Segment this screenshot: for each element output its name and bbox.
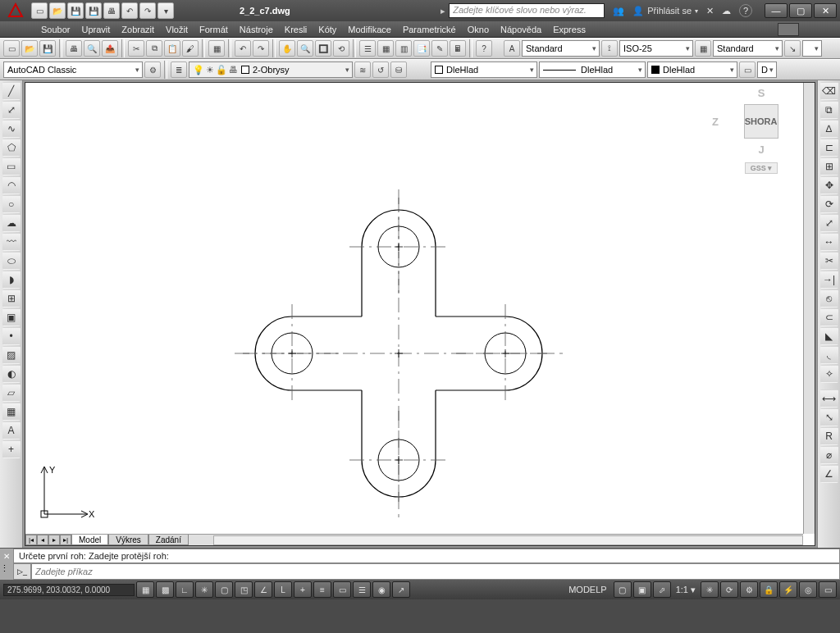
break-icon[interactable]: ⎋ — [820, 289, 838, 307]
properties-icon[interactable]: ☰ — [359, 40, 376, 57]
text-style-dropdown[interactable]: Standard — [522, 40, 600, 57]
polarmode-icon[interactable]: ✳ — [195, 581, 213, 598]
ssm-icon[interactable]: 📑 — [413, 40, 430, 57]
search-go-icon[interactable]: ▸ — [441, 6, 445, 16]
dim-radius-icon[interactable]: R — [820, 427, 838, 445]
quickview-layouts-icon[interactable]: ▢ — [614, 581, 632, 598]
dim-aligned-icon[interactable]: ⤡ — [820, 408, 838, 426]
snapmode-icon[interactable]: ▦ — [136, 581, 154, 598]
menu-napoveda[interactable]: Nápověda — [500, 25, 541, 34]
vertical-scrollbar[interactable] — [803, 83, 815, 534]
ellipse-icon[interactable]: ⬭ — [2, 252, 21, 270]
annoauto-icon[interactable]: ⟳ — [720, 581, 738, 598]
stretch-icon[interactable]: ↔ — [820, 233, 838, 251]
dim-linear-icon[interactable]: ⟷ — [820, 389, 838, 408]
erase-icon[interactable]: ⌫ — [820, 82, 838, 100]
zoomwin-icon[interactable]: 🔲 — [315, 40, 331, 57]
array-icon[interactable]: ⊞ — [820, 157, 838, 175]
insert-icon[interactable]: ⊞ — [2, 289, 21, 307]
menu-express[interactable]: Express — [553, 25, 586, 34]
explode-icon[interactable]: ✧ — [820, 365, 838, 383]
command-close-icon[interactable]: ✕ — [0, 549, 13, 563]
pline-icon[interactable]: ∿ — [2, 120, 21, 138]
revcloud-icon[interactable]: ☁ — [2, 214, 21, 232]
point-icon[interactable]: • — [2, 327, 21, 345]
command-input[interactable] — [31, 563, 840, 580]
minimize-icon[interactable]: — — [765, 3, 788, 18]
copyobj-icon[interactable]: ⧉ — [820, 101, 838, 119]
annovis-icon[interactable]: ✳ — [701, 581, 719, 598]
redo-icon[interactable]: ↷ — [139, 2, 156, 19]
color-dropdown[interactable]: DleHlad — [431, 61, 537, 78]
chamfer-icon[interactable]: ◣ — [820, 327, 838, 345]
lwt-icon[interactable]: ≡ — [313, 581, 331, 598]
qp-icon[interactable]: ☰ — [353, 581, 371, 598]
dim-diameter-icon[interactable]: ⌀ — [820, 446, 838, 464]
coordinates-display[interactable]: 275.9699, 203.0032, 0.0000 — [3, 584, 135, 596]
arc-icon[interactable]: ◠ — [2, 176, 21, 194]
block-icon[interactable]: ▣ — [2, 308, 21, 326]
tab-first-icon[interactable]: |◂ — [25, 535, 37, 545]
toolbar-lock-icon[interactable]: 🔒 — [760, 581, 778, 598]
workspace-dropdown[interactable]: AutoCAD Classic — [3, 61, 143, 78]
search-input[interactable]: Zadejte klíčové slovo nebo výraz. — [449, 3, 605, 18]
move-icon[interactable]: ✥ — [820, 176, 838, 194]
circle-icon[interactable]: ○ — [2, 195, 21, 213]
publish-icon[interactable]: 📤 — [102, 40, 118, 57]
mirror-icon[interactable]: ∆ — [820, 120, 838, 138]
ducs-icon[interactable]: L — [274, 581, 292, 598]
addselected-icon[interactable]: + — [2, 440, 21, 458]
saveas-icon[interactable]: 💾 — [85, 2, 102, 19]
textstyle-icon[interactable]: A — [504, 40, 520, 57]
menu-okno[interactable]: Okno — [468, 25, 489, 34]
exchange-icon[interactable]: ✕ — [706, 6, 714, 16]
menu-modifikace[interactable]: Modifikace — [348, 25, 391, 34]
orthomode-icon[interactable]: ∟ — [176, 581, 194, 598]
hatch-icon[interactable]: ▨ — [2, 346, 21, 364]
mtext-icon[interactable]: A — [2, 421, 21, 439]
menu-upravit[interactable]: Upravit — [81, 25, 110, 34]
annotation-scale[interactable]: 1:1 ▾ — [673, 585, 699, 595]
osnap-icon[interactable]: ▢ — [215, 581, 233, 598]
infocenter-icon[interactable]: 👥 — [613, 6, 624, 16]
help-icon[interactable]: ? — [739, 4, 752, 17]
isolate-icon[interactable]: ◎ — [799, 581, 817, 598]
save2-icon[interactable]: 💾 — [39, 40, 56, 57]
sc-icon[interactable]: ◉ — [372, 581, 390, 598]
table-style-dropdown[interactable]: Standard — [713, 40, 783, 57]
menu-koty[interactable]: Kóty — [318, 25, 336, 34]
redo2-icon[interactable]: ↷ — [253, 40, 269, 57]
paste-icon[interactable]: 📋 — [164, 40, 180, 57]
open-icon[interactable]: 📂 — [49, 2, 66, 19]
matchprop-icon[interactable]: 🖌 — [182, 40, 199, 57]
gradient-icon[interactable]: ◐ — [2, 365, 21, 383]
close-icon[interactable]: ✕ — [814, 3, 837, 18]
copy-icon[interactable]: ⧉ — [146, 40, 162, 57]
ws-switch-icon[interactable]: ⚙ — [740, 581, 758, 598]
blockeditor-icon[interactable]: ▦ — [208, 40, 225, 57]
command-history[interactable]: Určete první roh: Zadejte protější roh: — [13, 549, 840, 563]
preview-icon[interactable]: 🔍 — [84, 40, 100, 57]
layerprops-icon[interactable]: ≣ — [171, 61, 187, 78]
help2-icon[interactable]: ? — [476, 40, 492, 57]
dimstyle-icon[interactable]: ⟟ — [601, 40, 618, 57]
maximize-icon[interactable]: ▢ — [789, 3, 812, 18]
am-icon[interactable]: ↗ — [392, 581, 410, 598]
dyn-icon[interactable]: + — [294, 581, 312, 598]
print-icon[interactable]: 🖶 — [66, 40, 82, 57]
mleaderstyle-icon[interactable]: ↘ — [784, 40, 801, 57]
table-icon[interactable]: ▦ — [2, 403, 21, 421]
polygon-icon[interactable]: ⬠ — [2, 139, 21, 157]
offset-icon[interactable]: ⊏ — [820, 139, 838, 157]
menu-format[interactable]: Formát — [199, 25, 228, 34]
lineweight-dropdown[interactable]: DleHlad — [647, 61, 737, 78]
dim-angular-icon[interactable]: ∠ — [820, 465, 838, 483]
horizontal-scrollbar[interactable] — [213, 535, 803, 545]
qcalc-icon[interactable]: 🖩 — [450, 40, 466, 57]
layermatch-icon[interactable]: ≋ — [354, 61, 371, 78]
otrack-icon[interactable]: ∠ — [254, 581, 272, 598]
menu-nastroje[interactable]: Nástroje — [240, 25, 273, 34]
right-end-dropdown[interactable] — [802, 40, 822, 57]
dc-icon[interactable]: ▦ — [377, 40, 394, 57]
cleanscreen-icon[interactable]: ▭ — [819, 581, 837, 598]
